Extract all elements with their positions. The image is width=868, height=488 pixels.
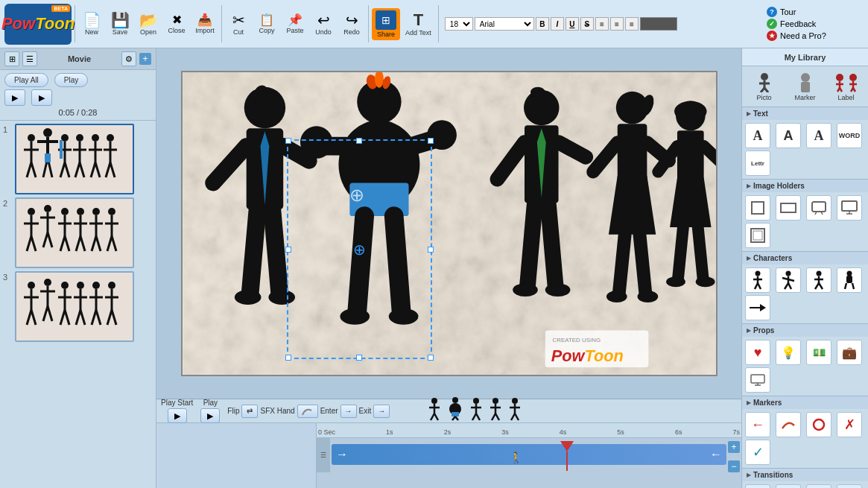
sfx-button[interactable] [297, 405, 318, 418]
tab-label[interactable]: Label [829, 69, 863, 104]
marker-curve[interactable] [776, 412, 801, 437]
list-view-button[interactable]: ☰ [22, 51, 37, 66]
movie-settings-button[interactable]: ⚙ [121, 51, 136, 66]
prop-briefcase[interactable]: 💼 [837, 340, 862, 365]
char-icon-3[interactable] [469, 397, 484, 425]
transition-4[interactable]: T [837, 484, 862, 488]
text-item-sans[interactable]: A [776, 123, 801, 148]
char-icon-4[interactable] [488, 397, 503, 425]
grid-view-button[interactable]: ⊞ [4, 51, 19, 66]
play-play-icon[interactable]: ▶ [31, 89, 52, 106]
text-item-serif[interactable]: A [745, 123, 770, 148]
play-all-button[interactable]: Play All [4, 73, 48, 87]
flip-left-button[interactable]: ⇄ [241, 405, 258, 418]
timeline-zoom-out-button[interactable]: − [728, 460, 740, 472]
transition-2[interactable] [776, 484, 801, 488]
characters-header[interactable]: ▶ Characters [742, 252, 868, 264]
cut-button[interactable]: ✂ Cut [225, 10, 252, 38]
italic-button[interactable]: I [551, 17, 564, 31]
holder-frame[interactable] [745, 223, 770, 248]
add-slide-button[interactable]: + [139, 53, 151, 65]
redo-button[interactable]: ↪ Redo [338, 10, 365, 38]
transition-3[interactable]: T [806, 484, 831, 488]
text-section-header[interactable]: ▶ Text [742, 107, 868, 120]
playhead-marker[interactable] [560, 441, 574, 471]
slide-item-3[interactable]: 3 [3, 271, 153, 342]
strikethrough-button[interactable]: S [580, 17, 594, 31]
prop-screen[interactable] [745, 367, 770, 393]
char-icon-1[interactable] [427, 397, 442, 425]
add-text-button[interactable]: T Add Text [402, 10, 435, 39]
share-button[interactable]: ⊞ Share [372, 8, 400, 40]
slide-thumb-3[interactable] [15, 271, 134, 342]
text-color-picker[interactable] [640, 17, 677, 31]
marker-circle[interactable] [806, 412, 831, 437]
holder-wide[interactable] [776, 195, 801, 221]
open-button[interactable]: 📂 Open [135, 10, 162, 38]
transition-1[interactable] [745, 484, 770, 488]
svg-point-184 [801, 73, 810, 82]
underline-button[interactable]: U [566, 17, 579, 31]
char-item-1[interactable] [745, 267, 770, 293]
char-item-2[interactable] [776, 267, 801, 293]
tour-link[interactable]: ? Tour [767, 7, 864, 17]
save-button[interactable]: 💾 Save [107, 10, 133, 38]
text-item-letter[interactable]: Lettr [745, 150, 770, 176]
holder-square[interactable] [745, 195, 770, 221]
feedback-link[interactable]: ✓ Feedback [767, 19, 864, 29]
tab-marker[interactable]: Marker [788, 69, 822, 104]
bold-button[interactable]: B [536, 17, 549, 31]
text-item-script[interactable]: A [806, 123, 831, 148]
timeline-zoom-in-button[interactable]: + [728, 441, 740, 453]
enter-button[interactable]: → [340, 405, 357, 418]
undo-button[interactable]: ↩ Undo [310, 10, 337, 38]
slide-thumb-1[interactable] [15, 124, 134, 194]
import-button[interactable]: 📥 Import [191, 12, 218, 37]
pro-link[interactable]: ★ Need a Pro? [767, 31, 864, 41]
char-icon-5[interactable] [507, 397, 522, 425]
copy-button[interactable]: 📋 Copy [253, 12, 280, 37]
text-item-word[interactable]: WORD [837, 123, 862, 148]
props-header[interactable]: ▶ Props [742, 324, 868, 337]
transitions-header[interactable]: ▶ Transitions [742, 469, 868, 481]
holder-monitor[interactable] [837, 195, 862, 221]
align-center-button[interactable]: ≡ [610, 17, 624, 31]
characters-section: ▶ Characters [742, 252, 868, 324]
tab-picto[interactable]: Picto [747, 69, 781, 104]
track-bar[interactable]: → 🚶 ← [332, 444, 726, 465]
new-button[interactable]: 📄 New [78, 10, 105, 38]
svg-line-195 [853, 88, 855, 92]
slide-item-1[interactable]: 1 [3, 124, 153, 194]
slide-thumb-2[interactable] [15, 197, 134, 268]
prop-heart[interactable]: ♥ [745, 340, 770, 365]
font-family-select[interactable]: ArialTimes [475, 17, 534, 31]
svg-point-186 [836, 74, 843, 81]
char-item-5[interactable] [745, 295, 770, 320]
char-icon-2[interactable] [446, 397, 464, 425]
font-size-select[interactable]: 182436 [445, 17, 473, 31]
marker-x[interactable]: ✗ [837, 412, 862, 437]
slide-item-2[interactable]: 2 [3, 197, 153, 268]
close-button[interactable]: ✖ Close [163, 12, 190, 37]
play-button[interactable]: Play [54, 73, 88, 87]
play-start-label: Play Start [161, 399, 193, 407]
timeline-play-button[interactable]: ▶ [200, 408, 220, 423]
align-left-button[interactable]: ≡ [595, 17, 609, 31]
char-item-3[interactable] [806, 267, 831, 293]
holder-tv[interactable] [806, 195, 831, 221]
paste-button[interactable]: 📌 Paste [282, 12, 308, 37]
markers-header[interactable]: ▶ Markers [742, 396, 868, 409]
main-canvas[interactable]: ⊕ [181, 71, 717, 376]
exit-button[interactable]: → [373, 405, 390, 418]
play-all-play-icon[interactable]: ▶ [4, 89, 25, 106]
align-right-button[interactable]: ≡ [625, 17, 639, 31]
char-item-4[interactable] [837, 267, 862, 293]
image-holders-expand-icon: ▶ [747, 183, 751, 189]
canvas-container: ⊕ [156, 48, 741, 399]
marker-check[interactable]: ✓ [745, 440, 770, 465]
timeline-play-start-button[interactable]: ▶ [168, 408, 187, 423]
image-holders-header[interactable]: ▶ Image Holders [742, 180, 868, 192]
prop-money[interactable]: 💵 [806, 340, 831, 365]
marker-arrow-left[interactable]: ← [745, 412, 770, 437]
prop-lightbulb[interactable]: 💡 [776, 340, 801, 365]
